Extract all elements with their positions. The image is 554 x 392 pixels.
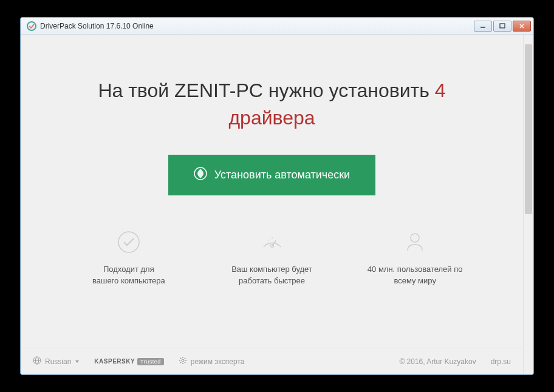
scrollbar-vertical[interactable] <box>523 35 533 374</box>
globe-icon <box>33 356 41 367</box>
gear-icon <box>179 356 187 367</box>
svg-rect-2 <box>500 24 505 28</box>
svg-point-0 <box>27 22 36 30</box>
footer: Russian KASPERSKY Trusted <box>21 348 523 374</box>
content-area: На твой ZENIT-PC нужно установить 4 драй… <box>21 35 523 374</box>
minimize-button[interactable] <box>474 21 492 32</box>
kaspersky-badge: KASPERSKY Trusted <box>94 358 163 365</box>
headline: На твой ZENIT-PC нужно установить 4 драй… <box>45 77 499 132</box>
person-icon <box>402 229 428 255</box>
headline-suffix: драйвера <box>45 104 499 132</box>
svg-point-18 <box>182 359 184 362</box>
svg-line-8 <box>268 240 269 241</box>
copyright-text: © 2016, Artur Kuzyakov <box>399 357 476 366</box>
app-window: DriverPack Solution 17.6.10 Online На тв… <box>20 17 534 375</box>
feature-text: Ваш компьютер будет работать быстрее <box>207 263 338 287</box>
headline-count: 4 <box>435 79 446 101</box>
app-icon <box>27 21 36 31</box>
titlebar: DriverPack Solution 17.6.10 Online <box>21 18 533 35</box>
svg-point-14 <box>411 234 419 242</box>
install-auto-button[interactable]: Установить автоматически <box>168 155 375 195</box>
window-controls <box>474 21 531 32</box>
trusted-badge: Trusted <box>137 358 164 365</box>
speedometer-icon <box>259 229 285 255</box>
install-button-label: Установить автоматически <box>214 169 350 181</box>
feature-text: Подходит для вашего компьютера <box>63 263 194 287</box>
content-wrapper: На твой ZENIT-PC нужно установить 4 драй… <box>21 35 533 374</box>
kaspersky-label: KASPERSKY <box>94 358 135 365</box>
feature-faster: Ваш компьютер будет работать быстрее <box>200 229 344 287</box>
feature-compatible: Подходит для вашего компьютера <box>57 229 200 287</box>
headline-prefix: На твой ZENIT-PC нужно установить <box>98 79 434 101</box>
close-button[interactable] <box>513 21 531 32</box>
window-title: DriverPack Solution 17.6.10 Online <box>40 22 474 30</box>
chevron-down-icon <box>75 357 80 366</box>
features-row: Подходит для вашего компьютера <box>45 229 499 287</box>
feature-text: 40 млн. пользователей по всему миру <box>349 263 480 287</box>
language-label: Russian <box>45 357 71 366</box>
expert-mode-label: режим эксперта <box>191 357 245 366</box>
expert-mode-button[interactable]: режим эксперта <box>179 356 245 367</box>
install-icon <box>194 167 207 183</box>
language-selector[interactable]: Russian <box>33 356 80 367</box>
site-link[interactable]: drp.su <box>491 357 511 366</box>
feature-users: 40 млн. пользователей по всему миру <box>343 229 487 287</box>
main-content: На твой ZENIT-PC нужно установить 4 драй… <box>21 35 523 348</box>
scrollbar-thumb[interactable] <box>525 44 532 214</box>
svg-point-6 <box>118 232 139 252</box>
checkmark-icon <box>116 229 142 255</box>
maximize-button[interactable] <box>493 21 511 32</box>
